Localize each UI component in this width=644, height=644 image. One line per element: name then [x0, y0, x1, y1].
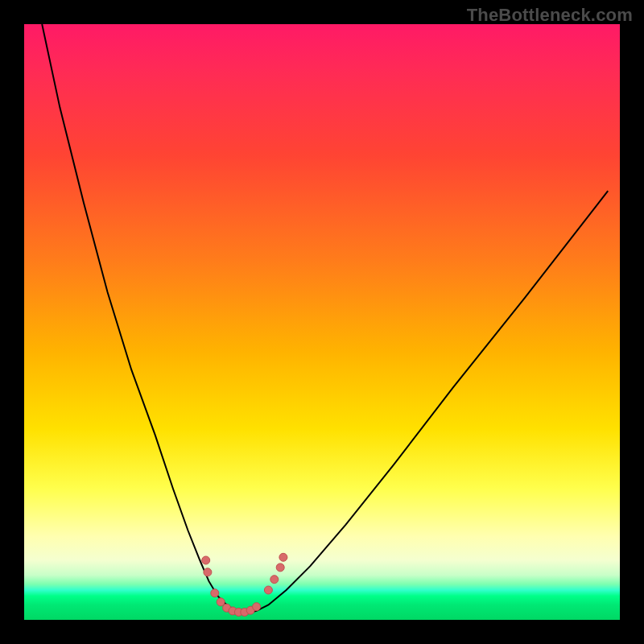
chart-svg — [24, 24, 620, 620]
marker-dot — [270, 576, 279, 584]
watermark-text: TheBottleneck.com — [467, 5, 633, 26]
marker-dot — [204, 568, 212, 576]
curve-left-branch — [42, 24, 245, 614]
marker-dot — [253, 603, 261, 611]
plot-area — [24, 24, 620, 620]
marker-dot — [276, 564, 284, 572]
marker-dot — [202, 556, 210, 564]
marker-dot — [217, 598, 225, 606]
marker-cluster — [202, 553, 287, 616]
outer-black-frame: TheBottleneck.com — [0, 0, 644, 644]
marker-dot — [279, 553, 287, 561]
marker-dot — [264, 586, 272, 594]
marker-dot — [211, 589, 219, 597]
curve-right-branch — [245, 191, 608, 613]
